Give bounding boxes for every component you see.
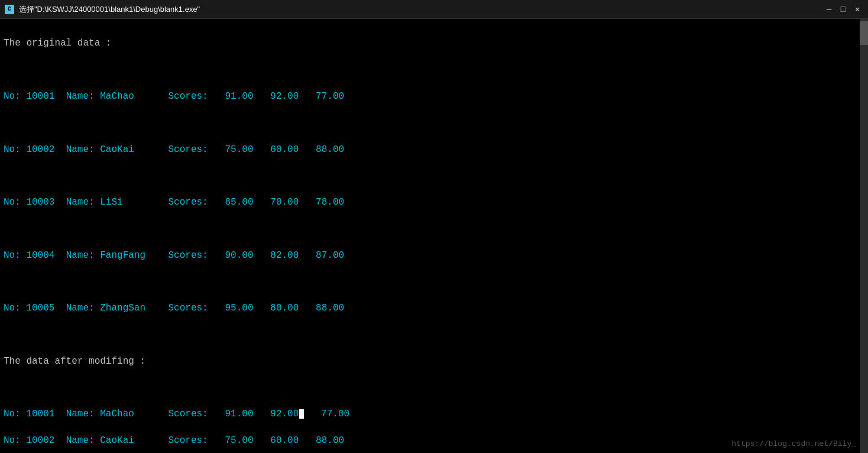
console-area: The original data : No: 10001 Name: MaCh… (0, 19, 868, 453)
watermark: https://blog.csdn.net/Bily_ (731, 439, 856, 448)
window-controls: — □ ✕ (823, 4, 863, 15)
console-window: C 选择"D:\KSWJJ\24000001\blank1\Debug\blan… (0, 0, 868, 453)
scrollbar[interactable] (860, 19, 868, 453)
modified-record-1: No: 10001 Name: MaChao Scores: 91.00 92.… (4, 407, 864, 420)
blank-line-2 (4, 117, 864, 130)
original-record-2: No: 10002 Name: CaoKai Scores: 75.00 60.… (4, 143, 864, 156)
blank-line-7 (4, 381, 864, 394)
blank-line-5 (4, 275, 864, 288)
original-record-4: No: 10004 Name: FangFang Scores: 90.00 8… (4, 249, 864, 262)
blank-line-3 (4, 169, 864, 182)
blank-line-4 (4, 222, 864, 235)
console-output: The original data : No: 10001 Name: MaCh… (4, 24, 864, 453)
title-bar: C 选择"D:\KSWJJ\24000001\blank1\Debug\blan… (0, 0, 868, 19)
blank-line-6 (4, 328, 864, 341)
original-data-header: The original data : (4, 37, 864, 50)
app-icon: C (5, 5, 14, 14)
blank-line-1 (4, 63, 864, 76)
original-record-1: No: 10001 Name: MaChao Scores: 91.00 92.… (4, 90, 864, 103)
scrollbar-thumb[interactable] (860, 21, 868, 45)
original-record-3: No: 10003 Name: LiSi Scores: 85.00 70.00… (4, 196, 864, 209)
original-record-5: No: 10005 Name: ZhangSan Scores: 95.00 8… (4, 302, 864, 315)
title-bar-left: C 选择"D:\KSWJJ\24000001\blank1\Debug\blan… (5, 4, 200, 15)
window-title: 选择"D:\KSWJJ\24000001\blank1\Debug\blank1… (19, 4, 200, 15)
modified-data-header: The data after modifing : (4, 355, 864, 368)
minimize-button[interactable]: — (823, 4, 835, 15)
restore-button[interactable]: □ (837, 4, 849, 15)
close-button[interactable]: ✕ (851, 4, 863, 15)
